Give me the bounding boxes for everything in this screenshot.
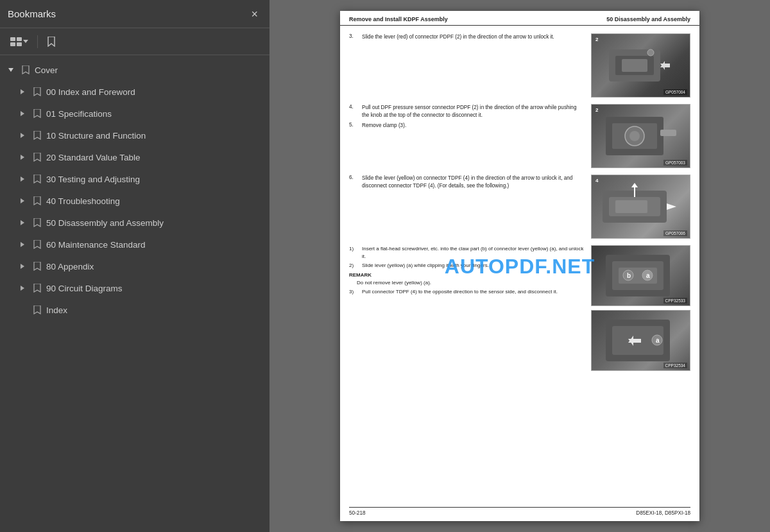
item-label-30: 30 Testing and Adjusting: [46, 175, 264, 184]
svg-marker-8: [21, 133, 24, 138]
item-label-20: 20 Standard Value Table: [46, 153, 264, 162]
substep-6-1-num: 1): [349, 245, 358, 260]
substep-6-2-text: Slide lever (yellow) (a) while clipping …: [362, 262, 489, 270]
bookmark-item-40[interactable]: 40 Troubleshooting: [0, 190, 270, 212]
expand-arrow-00: [17, 89, 28, 95]
bookmark-item-20[interactable]: 20 Standard Value Table: [0, 146, 270, 168]
close-button[interactable]: ×: [247, 7, 262, 21]
step-4-image-code: GP057003: [663, 160, 687, 166]
bottom-images: b a CPP32533: [591, 245, 690, 371]
bottom-image-1: b a CPP32533: [591, 245, 690, 306]
step-6-image-num: 4: [595, 178, 598, 184]
substep-6-1-text: Insert a flat-head screwdriver, etc. int…: [362, 245, 585, 260]
svg-marker-6: [21, 89, 24, 94]
bookmark-icon-10: [32, 130, 42, 141]
svg-rect-3: [17, 42, 22, 46]
step-6-image-code: GP057006: [663, 230, 687, 236]
svg-rect-2: [10, 42, 15, 46]
bookmark-icon-80: [32, 261, 42, 271]
svg-point-20: [647, 49, 654, 56]
step-3-image-code: GP057004: [663, 89, 687, 95]
bookmark-item-90[interactable]: 90 Circuit Diagrams: [0, 277, 270, 299]
step-3-text: Slide the lever (red) of connector PDPF …: [362, 33, 585, 41]
bookmark-item-60[interactable]: 60 Maintenance Standard: [0, 234, 270, 255]
bookmark-item-01[interactable]: 01 Specifications: [0, 103, 270, 124]
bookmark-item-50[interactable]: 50 Disassembly and Assembly: [0, 212, 270, 234]
svg-marker-29: [667, 203, 676, 210]
expand-arrow-80: [17, 263, 28, 270]
step-4-text: Pull out DPF pressure sensor connector P…: [362, 104, 585, 119]
step-6-text: Slide the lever (yellow) on connector TD…: [362, 175, 585, 190]
bookmark-icon-index: [32, 305, 42, 315]
expand-arrow-10: [17, 132, 28, 139]
bookmark-item-10[interactable]: 10 Structure and Function: [0, 124, 270, 146]
substep-6-3-text: Pull connector TDPF (4) to the opposite …: [362, 288, 558, 296]
page-footer: 50-218 D85EXI-18, D85PXI-18: [349, 507, 690, 516]
view-options-button[interactable]: [6, 35, 32, 49]
remark-label: REMARK: [349, 272, 585, 278]
bookmark-icon-cover: [21, 65, 31, 75]
bookmark-icon-00: [32, 87, 42, 97]
substep-6-3-num: 3): [349, 288, 358, 296]
bookmark-icon-30: [32, 174, 42, 184]
page-model: D85EXI-18, D85PXI-18: [636, 510, 690, 516]
item-label-00: 00 Index and Foreword: [46, 87, 264, 97]
svg-text:a: a: [646, 272, 650, 279]
item-label-10: 10 Structure and Function: [46, 131, 264, 141]
item-label-60: 60 Maintenance Standard: [46, 240, 264, 250]
substep-6-2-num: 2): [349, 262, 358, 270]
svg-marker-19: [660, 61, 670, 70]
svg-marker-11: [21, 198, 24, 203]
expand-arrow-60: [17, 241, 28, 248]
main-content: Remove and Install KDPF Assembly 50 Disa…: [270, 0, 770, 532]
bookmark-icon: [47, 37, 56, 47]
step-3-image: 2 GP057004: [591, 33, 690, 98]
page-body: 3. Slide the lever (red) of connector PD…: [340, 30, 699, 375]
svg-rect-0: [10, 37, 15, 41]
bookmark-cover[interactable]: Cover: [0, 59, 270, 81]
step-6-number: 6.: [349, 175, 359, 180]
svg-rect-18: [622, 59, 647, 72]
remark-text: Do not remove lever (yellow) (a).: [357, 279, 585, 287]
sidebar-header: Bookmarks ×: [0, 0, 270, 28]
expand-arrow-30: [17, 176, 28, 182]
view-icon: [10, 37, 22, 46]
svg-marker-4: [23, 40, 28, 43]
step-3-number: 3.: [349, 33, 359, 39]
step-3-svg: [596, 37, 686, 94]
svg-marker-13: [21, 242, 24, 247]
substep-6-2: 2) Slide lever (yellow) (a) while clippi…: [349, 262, 585, 270]
svg-marker-5: [8, 68, 13, 72]
step-6-svg: [596, 178, 686, 236]
bookmark-item-30[interactable]: 30 Testing and Adjusting: [0, 168, 270, 190]
step-3-row: 3. Slide the lever (red) of connector PD…: [349, 33, 690, 98]
sidebar: Bookmarks ×: [0, 0, 270, 532]
svg-marker-31: [631, 183, 638, 187]
bookmark-icon-40: [32, 196, 42, 206]
bookmark-add-button[interactable]: [43, 34, 60, 49]
expand-arrow-cover: [5, 67, 17, 73]
bookmark-item-index[interactable]: Index: [0, 299, 270, 321]
bookmark-tree: Cover 00 Index and Foreword 01 Specifica…: [0, 55, 270, 532]
svg-rect-28: [615, 200, 647, 213]
bookmark-item-80[interactable]: 80 Appendix: [0, 255, 270, 277]
bottom-image-1-code: CPP32533: [663, 298, 687, 304]
bookmark-icon-01: [32, 108, 42, 119]
step-3-image-num: 2: [595, 37, 598, 42]
page-header: Remove and Install KDPF Assembly 50 Disa…: [340, 11, 699, 26]
bookmark-item-00[interactable]: 00 Index and Foreword: [0, 81, 270, 103]
svg-text:a: a: [656, 337, 660, 344]
bookmark-icon-60: [32, 239, 42, 250]
item-label-index: Index: [46, 305, 264, 315]
cover-label: Cover: [35, 65, 264, 75]
svg-rect-1: [17, 37, 22, 41]
svg-marker-7: [21, 111, 24, 116]
step-5-number: 5.: [349, 122, 359, 128]
expand-arrow-40: [17, 198, 28, 204]
dropdown-arrow-icon: [23, 40, 28, 43]
item-label-90: 90 Circuit Diagrams: [46, 284, 264, 293]
bottom-image-2: a CPP32534: [591, 310, 690, 371]
item-label-80: 80 Appendix: [46, 262, 264, 271]
expand-arrow-20: [17, 154, 28, 160]
page-header-title: Remove and Install KDPF Assembly: [349, 16, 448, 22]
